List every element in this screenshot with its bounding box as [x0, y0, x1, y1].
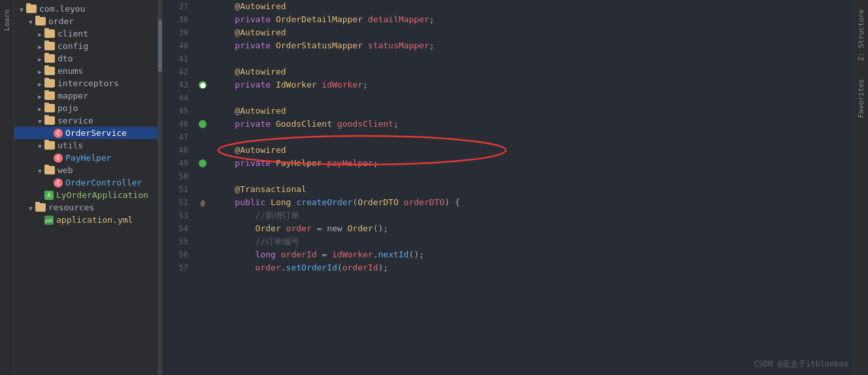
tree-item-resources[interactable]: resources	[14, 201, 158, 214]
tree-item-interceptors[interactable]: interceptors	[14, 77, 158, 90]
line-52: 52	[162, 196, 188, 209]
code-line-45: @Autowired	[214, 105, 854, 118]
code-line-39: @Autowired	[214, 26, 854, 39]
code-line-41	[214, 52, 854, 65]
marker-46	[193, 118, 212, 131]
line-44: 44	[162, 91, 188, 105]
bean-icon-46	[198, 120, 207, 129]
arrow-resources	[26, 203, 35, 212]
code-line-52: public Long createOrder(OrderDTO orderDT…	[214, 196, 854, 209]
tree-item-service[interactable]: service	[14, 114, 158, 127]
code-line-53: //新增订单	[214, 209, 854, 222]
folder-icon-resources	[35, 203, 46, 212]
code-area: 37 38 39 40 41 42 43 44 45 46 47 48 49 5…	[162, 0, 854, 375]
marker-47	[193, 131, 212, 144]
line-38: 38	[162, 13, 188, 26]
watermark: CSDN @蓝盒子itbluebox	[754, 359, 848, 370]
tree-item-applicationyml[interactable]: yml application.yml	[14, 214, 158, 226]
folder-icon-utils	[44, 141, 55, 150]
folder-icon-mapper	[44, 91, 55, 100]
label-mapper: mapper	[58, 91, 88, 101]
marker-39	[193, 26, 212, 39]
line-50: 50	[162, 170, 188, 183]
structure-tab[interactable]: Z: Structure	[856, 7, 867, 63]
tree-item-mapper[interactable]: mapper	[14, 90, 158, 102]
arrow-mapper	[35, 91, 44, 101]
code-line-40: private OrderStatusMapper statusMapper;	[214, 39, 854, 52]
label-enums: enums	[58, 66, 83, 76]
marker-42	[193, 65, 212, 78]
marker-45	[193, 105, 212, 118]
label-lyorderapplication: LyOrderApplication	[56, 190, 148, 200]
label-service: service	[58, 116, 93, 125]
java-icon-ordercontroller: C	[54, 178, 63, 188]
line-37: 37	[162, 0, 188, 13]
line-56: 56	[162, 248, 188, 261]
arrow-utils	[35, 140, 44, 150]
svg-text:⬤: ⬤	[200, 82, 206, 88]
code-content[interactable]: @Autowired private OrderDetailMapper det…	[212, 0, 854, 375]
tree-item-lyorderapplication[interactable]: A LyOrderApplication	[14, 189, 158, 201]
tree-item-web[interactable]: web	[14, 164, 158, 176]
folder-icon-pojo	[44, 104, 55, 112]
folder-icon-order	[35, 17, 46, 25]
svg-text:A: A	[48, 193, 51, 199]
folder-icon-com-leyou	[26, 5, 37, 13]
label-client: client	[58, 29, 88, 39]
code-line-54: Order order = new Order();	[214, 222, 854, 235]
label-pojo: pojo	[58, 103, 78, 113]
code-line-51: @Transactional	[214, 183, 854, 196]
line-39: 39	[162, 26, 188, 39]
label-interceptors: interceptors	[58, 78, 119, 88]
tree-item-config[interactable]: config	[14, 40, 158, 52]
tree-item-enums[interactable]: enums	[14, 65, 158, 77]
marker-52: @	[193, 196, 212, 209]
marker-44	[193, 91, 212, 105]
code-line-50	[214, 170, 854, 183]
line-49: 49	[162, 157, 188, 170]
bean-icon-49	[198, 159, 207, 168]
code-line-48: @Autowired	[214, 144, 854, 157]
arrow-web	[35, 165, 44, 175]
tree-item-dto[interactable]: dto	[14, 52, 158, 65]
code-line-49: private PayHelper payHelper;	[214, 157, 854, 170]
label-orderservice: OrderService	[65, 128, 127, 138]
svg-point-6	[199, 120, 207, 128]
line-53: 53	[162, 209, 188, 222]
editor: 37 38 39 40 41 42 43 44 45 46 47 48 49 5…	[162, 0, 854, 375]
favorites-tab[interactable]: Favorites	[856, 76, 867, 121]
bean-icon-43: ⬤	[198, 80, 207, 90]
tree-item-orderservice[interactable]: C OrderService	[14, 127, 158, 139]
java-icon-payhelper: C	[54, 154, 63, 163]
arrow-enums	[35, 66, 44, 76]
tree-item-order[interactable]: order	[14, 15, 158, 27]
line-41: 41	[162, 52, 188, 65]
line-markers: ⬤ @	[193, 0, 212, 375]
marker-37	[193, 0, 212, 13]
marker-53	[193, 209, 212, 222]
tree-scrollbar[interactable]	[158, 0, 162, 375]
tree-item-client[interactable]: client	[14, 27, 158, 40]
svg-text:yml: yml	[45, 218, 54, 223]
line-48: 48	[162, 144, 188, 157]
code-line-56: long orderId = idWorker.nextId();	[214, 248, 854, 261]
line-46: 46	[162, 118, 188, 131]
folder-icon-interceptors	[44, 79, 55, 88]
right-sidebar-tabs: Z: Structure Favorites	[854, 0, 868, 375]
tree-item-com-leyou[interactable]: com.leyou	[14, 3, 158, 15]
marker-43: ⬤	[193, 78, 212, 91]
tree-item-payhelper[interactable]: C PayHelper	[14, 152, 158, 164]
marker-56	[193, 248, 212, 261]
marker-54	[193, 222, 212, 235]
tree-item-utils[interactable]: utils	[14, 139, 158, 152]
learn-tab[interactable]: Learn	[1, 7, 12, 33]
editor-wrapper: 37 38 39 40 41 42 43 44 45 46 47 48 49 5…	[158, 0, 868, 375]
code-line-37: @Autowired	[214, 0, 854, 13]
svg-point-7	[199, 159, 207, 167]
code-line-47	[214, 131, 854, 144]
line-numbers: 37 38 39 40 41 42 43 44 45 46 47 48 49 5…	[162, 0, 193, 375]
marker-55	[193, 235, 212, 248]
tree-item-pojo[interactable]: pojo	[14, 102, 158, 114]
arrow-interceptors	[35, 78, 44, 88]
tree-item-ordercontroller[interactable]: C OrderController	[14, 176, 158, 189]
